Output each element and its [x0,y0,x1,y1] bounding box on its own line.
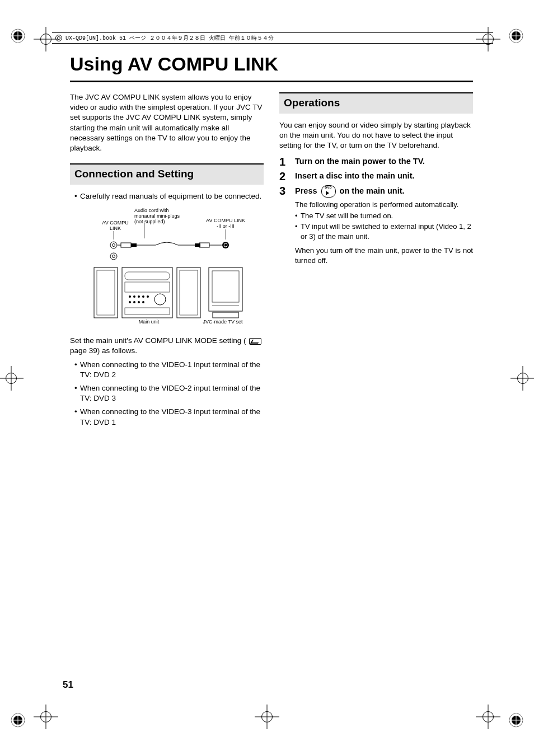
diag-label-tvset: JVC-made TV set [200,320,245,325]
header-weekday: 火曜日 [209,34,226,42]
svg-point-23 [142,295,144,298]
header-ornament-icon [55,35,62,41]
header-time: 午前１０時５４分 [229,34,274,42]
svg-point-45 [11,713,25,727]
registration-mark-icon [508,28,524,44]
page-title: Using AV COMPU LINK [70,53,473,78]
section-heading-operations: Operations [279,92,473,114]
svg-point-3 [113,255,115,258]
header-filename: UX-QD9[UN].book [65,35,116,41]
step-3-text-a: Press [295,186,320,195]
svg-point-29 [154,294,166,305]
header-page: 51 ページ [119,34,146,42]
step-number: 2 [279,171,288,182]
left-bullet-1-text: Carefully read manuals of equipment to b… [80,191,261,201]
bullet-dot-icon: • [74,407,80,427]
svg-point-50 [512,716,521,725]
svg-point-28 [142,301,144,303]
svg-point-4 [222,242,229,248]
mode-setting-text-b: page 39) as follows. [70,346,137,355]
svg-point-37 [11,29,25,43]
mode-setting-text-a: Set the main unit's AV COMPU LINK MODE s… [70,336,246,345]
svg-point-1 [113,244,115,247]
section-heading-connection: Connection and Setting [70,163,264,185]
diag-label-cord: Audio cord with monaural mini-plugs (not… [134,208,184,225]
svg-rect-34 [212,271,239,302]
page-content: Using AV COMPU LINK The JVC AV COMPU LIN… [70,53,473,431]
step-3-sub1: The following operation is performed aut… [295,200,473,210]
svg-rect-33 [209,267,242,311]
crop-cross-icon [510,366,534,391]
print-header: UX-QD9[UN].book 51 ページ ２００４年９月２８日 火曜日 午前… [52,32,493,44]
crop-cross-icon [476,705,500,729]
bullet-dot-icon: • [74,360,80,380]
svg-point-2 [110,253,117,260]
step-3-bullet-1-text: The TV set will be turned on. [301,211,393,221]
diag-label-av-left: AV COMPU LINK [99,220,132,232]
svg-point-42 [512,31,521,40]
step-3-bullet-2: •TV input will be switched to external i… [295,222,473,241]
svg-rect-7 [121,243,131,247]
mode-bullet-3: •When connecting to the VIDEO-3 input te… [74,407,264,427]
xref-icon [249,338,261,345]
steps-list: 1 Turn on the main power to the TV. 2 In… [279,156,473,265]
svg-rect-18 [125,272,170,280]
step-3-bullet-1: •The TV set will be turned on. [295,211,473,221]
bullet-dot-icon: • [74,383,80,403]
svg-rect-36 [213,312,238,318]
step-2: 2 Insert a disc into the main unit. [279,171,473,182]
svg-point-24 [147,295,149,298]
crop-cross-icon [34,705,58,729]
left-bullet-1: • Carefully read manuals of equipment to… [74,191,264,201]
step-number: 1 [279,156,288,167]
svg-rect-10 [199,243,209,247]
svg-rect-30 [125,308,170,314]
svg-point-26 [133,301,135,303]
intro-paragraph: The JVC AV COMPU LINK system allows you … [70,92,264,153]
svg-point-49 [509,713,523,727]
operations-intro: You can enjoy sound or video simply by s… [279,120,473,151]
registration-mark-icon [508,712,524,728]
svg-point-21 [133,295,135,298]
mode-bullet-1-text: When connecting to the VIDEO-1 input ter… [80,360,264,380]
step-3: 3 Press on the main unit. The following … [279,185,473,265]
bullet-dot-icon: • [295,222,301,241]
svg-point-38 [13,31,22,40]
left-column: The JVC AV COMPU LINK system allows you … [70,92,264,431]
header-date: ２００４年９月２８日 [149,34,205,42]
right-column: Operations You can enjoy sound or video … [279,92,473,431]
title-rule [70,81,473,82]
svg-point-27 [138,301,140,303]
step-number: 3 [279,185,288,265]
svg-point-22 [138,295,140,298]
svg-point-25 [129,301,131,303]
bullet-dot-icon: • [74,191,80,201]
connection-diagram: AV COMPU LINK Audio cord with monaural m… [88,206,245,329]
crop-cross-icon [0,366,24,391]
svg-rect-32 [180,270,198,315]
page-number: 51 [63,679,73,691]
registration-mark-icon [10,712,26,728]
step-3-title: Press on the main unit. [295,186,405,195]
svg-point-20 [129,295,131,298]
mode-bullet-2-text: When connecting to the VIDEO-2 input ter… [80,383,264,403]
diag-label-main-unit: Main unit [132,320,166,325]
svg-rect-15 [94,267,118,318]
mode-bullet-2: •When connecting to the VIDEO-2 input te… [74,383,264,403]
svg-rect-17 [122,267,172,318]
dvd-play-button-icon [321,185,336,198]
step-3-text-b: on the main unit. [340,186,405,195]
step-1: 1 Turn on the main power to the TV. [279,156,473,167]
step-3-bullet-2-text: TV input will be switched to external in… [301,222,473,241]
diag-label-av-right: AV COMPU LINK -II or -III [206,218,245,229]
mode-bullet-3-text: When connecting to the VIDEO-3 input ter… [80,407,264,427]
svg-rect-19 [125,282,170,292]
step-1-title: Turn on the main power to the TV. [295,157,425,166]
mode-setting-paragraph: Set the main unit's AV COMPU LINK MODE s… [70,336,264,356]
step-2-title: Insert a disc into the main unit. [295,171,415,180]
registration-mark-icon [10,28,26,44]
svg-point-41 [509,29,523,43]
svg-point-0 [110,242,117,248]
step-3-sub2: When you turn off the main unit, power t… [295,246,473,265]
mode-bullet-1: •When connecting to the VIDEO-1 input te… [74,360,264,380]
